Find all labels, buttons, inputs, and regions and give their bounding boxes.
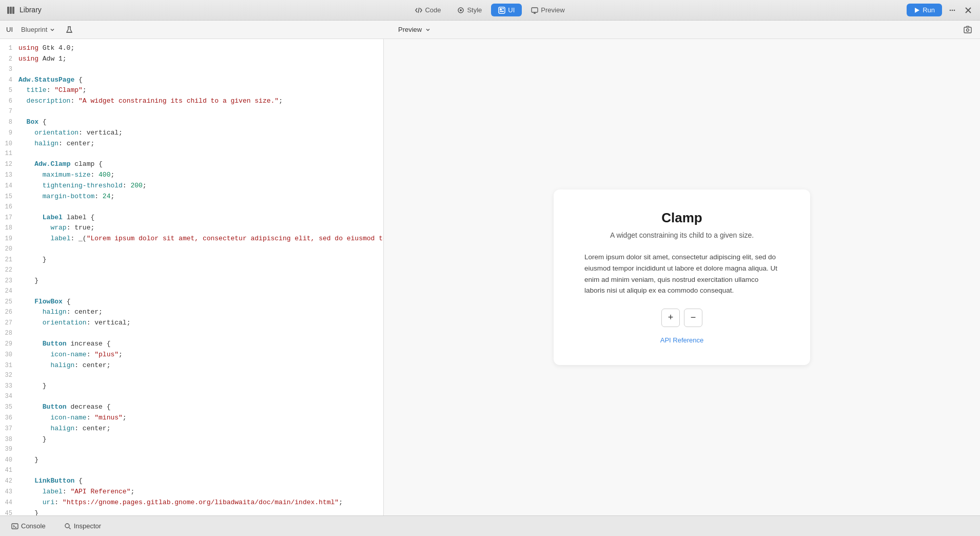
code-editor[interactable]: 1using Gtk 4.0;2using Adw 1;34Adw.Status… — [0, 39, 383, 515]
code-line: 8 Box { — [0, 117, 383, 128]
preview-dropdown-icon — [425, 27, 430, 32]
line-content: } — [18, 255, 383, 265]
code-icon — [415, 7, 422, 14]
line-content: using Gtk 4.0; — [18, 43, 383, 54]
code-line: 42 LinkButton { — [0, 476, 383, 487]
line-content: orientation: vertical; — [18, 318, 383, 329]
code-line: 14 tightening-threshold: 200; — [0, 181, 383, 192]
code-line: 24 — [0, 286, 383, 297]
line-number: 29 — [0, 339, 18, 349]
tab-ui[interactable]: UI — [491, 4, 522, 16]
code-line: 19 label: _("Lorem ipsum dolor sit amet,… — [0, 234, 383, 244]
line-number: 9 — [0, 128, 18, 138]
tab-code[interactable]: Code — [408, 4, 448, 16]
screenshot-button[interactable] — [962, 24, 974, 36]
inspector-label: Inspector — [74, 522, 101, 530]
code-line: 23 } — [0, 276, 383, 286]
code-line: 41 — [0, 466, 383, 476]
line-content: halign: center; — [18, 424, 383, 434]
code-line: 36 icon-name: "minus"; — [0, 413, 383, 424]
line-content: halign: center; — [18, 139, 383, 149]
code-line: 30 icon-name: "plus"; — [0, 350, 383, 360]
bottom-bar: Console Inspector — [0, 515, 980, 536]
flask-button[interactable] — [63, 24, 75, 36]
line-content: } — [18, 276, 383, 286]
preview-panel: Clamp A widget constraining its child to… — [384, 39, 980, 515]
line-content: halign: center; — [18, 307, 383, 318]
subheader-left: UI Blueprint — [6, 24, 390, 36]
svg-point-11 — [950, 9, 951, 11]
line-content: Button increase { — [18, 339, 383, 350]
library-icon — [6, 5, 15, 15]
line-number: 42 — [0, 476, 18, 486]
line-number: 1 — [0, 44, 18, 53]
code-line: 17 Label label { — [0, 213, 383, 223]
line-number: 21 — [0, 255, 18, 265]
line-number: 38 — [0, 435, 18, 445]
tab-preview[interactable]: Preview — [524, 4, 572, 16]
line-number: 41 — [0, 466, 18, 475]
code-line: 18 wrap: true; — [0, 223, 383, 234]
api-reference-link[interactable]: API Reference — [584, 335, 779, 344]
code-line: 12 Adw.Clamp clamp { — [0, 159, 383, 170]
line-content: Label label { — [18, 213, 383, 223]
console-button[interactable]: Console — [6, 520, 51, 532]
api-reference-label: API Reference — [660, 336, 704, 344]
code-line: 35 Button decrease { — [0, 402, 383, 413]
code-panel: 1using Gtk 4.0;2using Adw 1;34Adw.Status… — [0, 39, 384, 515]
run-button[interactable]: Run — [907, 4, 942, 16]
svg-rect-9 — [532, 8, 538, 12]
ui-icon — [498, 7, 505, 14]
titlebar-left: Library — [6, 5, 248, 15]
line-number: 22 — [0, 265, 18, 275]
preview-mode-label: Preview — [398, 26, 430, 33]
code-line: 4Adw.StatusPage { — [0, 75, 383, 86]
svg-rect-5 — [499, 7, 505, 13]
code-line: 44 uri: "https://gnome.pages.gitlab.gnom… — [0, 497, 383, 508]
code-line: 3 — [0, 65, 383, 75]
line-number: 6 — [0, 97, 18, 106]
preview-card: Clamp A widget constraining its child to… — [554, 189, 810, 365]
close-button[interactable] — [963, 5, 974, 16]
code-line: 33 } — [0, 381, 383, 392]
menu-button[interactable] — [946, 4, 958, 16]
code-line: 15 margin-bottom: 24; — [0, 192, 383, 202]
line-number: 17 — [0, 213, 18, 223]
app-title: Library — [19, 6, 42, 14]
line-number: 11 — [0, 149, 18, 159]
svg-marker-10 — [915, 8, 919, 13]
code-line: 45 } — [0, 508, 383, 516]
code-line: 20 — [0, 244, 383, 255]
code-line: 29 Button increase { — [0, 339, 383, 350]
line-content: description: "A widget constraining its … — [18, 96, 383, 107]
code-line: 1using Gtk 4.0; — [0, 43, 383, 54]
code-line: 16 — [0, 202, 383, 213]
main-content: 1using Gtk 4.0;2using Adw 1;34Adw.Status… — [0, 39, 980, 515]
increase-button[interactable]: + — [661, 309, 680, 327]
console-icon — [11, 523, 18, 530]
line-content: } — [18, 455, 383, 466]
line-content: halign: center; — [18, 360, 383, 371]
decrease-button[interactable]: − — [684, 309, 702, 327]
line-content: title: "Clamp"; — [18, 85, 383, 96]
line-number: 28 — [0, 329, 18, 338]
line-number: 12 — [0, 160, 18, 169]
line-number: 16 — [0, 202, 18, 212]
flask-icon — [65, 26, 73, 34]
line-number: 25 — [0, 297, 18, 307]
line-number: 13 — [0, 170, 18, 180]
blueprint-dropdown[interactable]: Blueprint — [17, 24, 59, 35]
code-line: 32 — [0, 371, 383, 381]
code-line: 10 halign: center; — [0, 139, 383, 149]
console-label: Console — [21, 522, 46, 530]
code-line: 9 orientation: vertical; — [0, 128, 383, 139]
svg-rect-8 — [500, 11, 504, 12]
dropdown-chevron-icon — [50, 27, 55, 32]
svg-rect-1 — [10, 7, 12, 14]
api-reference-anchor[interactable]: API Reference — [660, 336, 704, 344]
line-number: 15 — [0, 192, 18, 202]
tab-style[interactable]: Style — [450, 4, 489, 16]
inspector-button[interactable]: Inspector — [59, 520, 106, 532]
line-content: using Adw 1; — [18, 54, 383, 65]
line-content: icon-name: "plus"; — [18, 350, 383, 360]
